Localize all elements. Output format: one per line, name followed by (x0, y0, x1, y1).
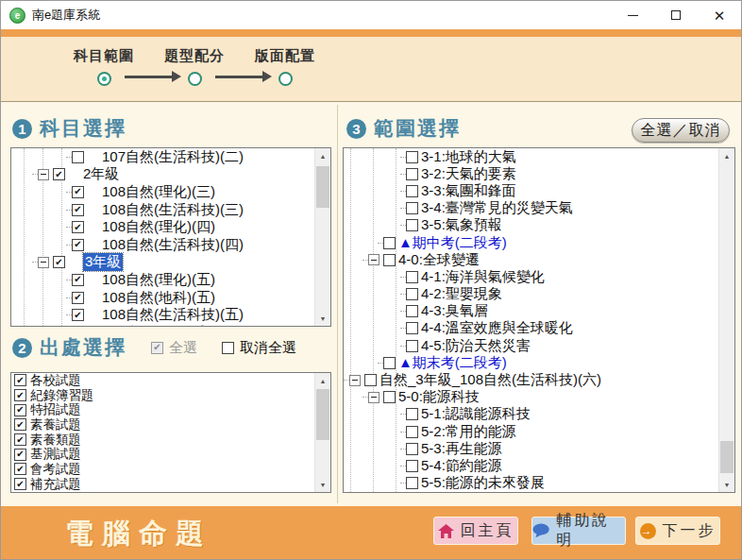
list-item-label[interactable]: 補充試題 (30, 476, 81, 492)
expand-toggle-icon[interactable] (349, 375, 361, 386)
expand-toggle-icon[interactable] (368, 392, 379, 403)
tree-item-label[interactable]: 4-2:聖嬰現象 (421, 285, 502, 303)
tree-checkbox[interactable] (383, 237, 396, 249)
scrollbar-thumb[interactable] (316, 389, 329, 440)
list-item[interactable]: ✔補充試題 (11, 477, 314, 492)
list-checkbox[interactable]: ✔ (14, 463, 26, 475)
tree-item[interactable]: ✔2年級 (11, 166, 314, 184)
tree-checkbox[interactable] (383, 391, 396, 403)
tree-checkbox[interactable]: ✔ (72, 239, 84, 251)
tree-item[interactable]: 自然_3年級_108自然(生活科技)(六) (344, 371, 718, 388)
tree-item-label[interactable]: 108自然(生活科技)(五) (102, 306, 244, 324)
list-checkbox[interactable]: ✔ (14, 389, 26, 401)
tree-item-label[interactable]: ▲期末考(二段考) (398, 354, 507, 372)
tree-checkbox[interactable] (364, 374, 377, 386)
tree-item-label[interactable]: 自然_3年級_108自然(生活科技)(六) (379, 371, 601, 389)
tree-item[interactable]: 4-5:防治天然災害 (344, 337, 718, 354)
tree-checkbox[interactable] (406, 202, 418, 214)
tree-checkbox[interactable] (406, 185, 418, 197)
tree-item-label[interactable]: 3-1:地球的大氣 (421, 148, 516, 166)
tree-item[interactable]: ✔108自然(地科)(五) (11, 289, 314, 307)
tree-item[interactable]: ✔108自然(生活科技)(三) (11, 201, 314, 219)
tree-item-label[interactable]: 4-5:防治天然災害 (421, 337, 531, 355)
tree-item[interactable]: 3-1:地球的大氣 (344, 148, 718, 165)
tree-item[interactable]: ✔108自然(理化)(四) (11, 218, 314, 236)
home-button[interactable]: 回主頁 (433, 517, 518, 545)
tree-item-label[interactable]: 5-1:認識能源科技 (421, 405, 531, 423)
tree-item-label[interactable]: 2年級 (83, 165, 119, 183)
tree-item[interactable]: 3-5:氣象預報 (344, 217, 718, 234)
scroll-down-icon[interactable]: ▼ (315, 477, 330, 492)
tree-item-label[interactable]: 5-3:再生能源 (421, 440, 502, 458)
list-checkbox[interactable]: ✔ (14, 374, 26, 386)
deselect-all-checkbox[interactable]: 取消全選 (222, 339, 296, 357)
tree-checkbox[interactable]: ✔ (72, 221, 84, 233)
tree-checkbox[interactable] (406, 322, 418, 334)
tree-item[interactable]: 5-0:能源科技 (344, 389, 718, 406)
tree-item-label[interactable]: 5-2:常用的能源 (421, 423, 516, 441)
list-checkbox[interactable]: ✔ (14, 433, 26, 446)
expand-toggle-icon[interactable] (368, 254, 379, 265)
tree-checkbox[interactable] (406, 460, 418, 472)
source-list-scrollbar[interactable]: ▲ ▼ (314, 373, 330, 492)
tree-checkbox[interactable] (72, 151, 84, 163)
tree-item-label[interactable]: 108自然(理化)(四) (102, 218, 215, 236)
maximize-button[interactable] (654, 1, 698, 29)
tree-item[interactable]: 5-2:常用的能源 (344, 423, 718, 440)
tree-checkbox[interactable] (406, 168, 418, 180)
tree-item-label[interactable]: 5-0:能源科技 (398, 388, 480, 406)
scroll-up-icon[interactable]: ▲ (315, 148, 330, 163)
tree-item-label[interactable]: 4-1:海洋與氣候變化 (421, 268, 545, 286)
tree-item[interactable]: 3-3:氣團和鋒面 (344, 182, 718, 199)
list-item[interactable]: ✔素養類題 (11, 433, 314, 448)
tree-item[interactable]: 5-5:能源的未來發展 (344, 475, 718, 492)
scroll-up-icon[interactable]: ▲ (719, 148, 734, 163)
tree-item[interactable]: ▲期中考(二段考) (344, 234, 718, 251)
tree-checkbox[interactable] (406, 219, 418, 231)
tree-item-label[interactable]: ▲期中考(二段考) (398, 234, 507, 252)
select-all-checkbox[interactable]: ✔ 全選 (151, 339, 197, 357)
list-checkbox[interactable]: ✔ (14, 449, 26, 461)
tree-item[interactable]: ✔108自然(生活科技)(四) (11, 236, 314, 254)
tree-checkbox[interactable] (406, 340, 418, 352)
tree-item[interactable]: 4-1:海洋與氣候變化 (344, 268, 718, 285)
list-checkbox[interactable]: ✔ (14, 404, 26, 416)
tree-item-label[interactable]: 3-3:氣團和鋒面 (421, 182, 516, 200)
tree-checkbox[interactable]: ✔ (53, 256, 65, 268)
select-all-toggle-button[interactable]: 全選／取消 (632, 118, 730, 143)
tree-item-label[interactable]: 4-0:全球變遷 (398, 251, 480, 269)
tree-item-label[interactable]: 3-2:天氣的要素 (421, 165, 516, 183)
tree-item[interactable]: 5-1:認識能源科技 (344, 406, 718, 423)
tree-item-label[interactable]: 3-4:臺灣常見的災變天氣 (421, 199, 573, 217)
checkbox-checked-icon[interactable]: ✔ (151, 342, 163, 354)
tree-item[interactable]: 5-4:節約能源 (344, 457, 718, 474)
tree-item-label[interactable]: 108自然(理化)(三) (102, 183, 215, 201)
close-button[interactable]: ✕ (698, 1, 741, 29)
tree-checkbox[interactable] (406, 408, 418, 420)
tree-item-label[interactable]: 107自然(生活科技)(二) (102, 148, 244, 166)
tree-item-label[interactable]: 108自然(地科)(五) (102, 289, 215, 307)
tree-item-label[interactable]: 3-5:氣象預報 (421, 216, 502, 234)
tree-checkbox[interactable]: ✔ (53, 168, 65, 180)
minimize-button[interactable] (611, 1, 654, 29)
tree-item[interactable]: 4-0:全球變遷 (344, 251, 718, 268)
list-item[interactable]: ✔紀錄簿習題 (11, 388, 314, 403)
tree-checkbox[interactable]: ✔ (72, 186, 84, 198)
tree-checkbox[interactable] (406, 151, 418, 163)
tree-checkbox[interactable]: ✔ (72, 292, 84, 304)
help-button[interactable]: 輔助說明 (531, 517, 626, 545)
list-item[interactable]: ✔基測試題 (11, 447, 314, 462)
tree-item-label[interactable]: 5-4:節約能源 (421, 457, 502, 475)
tree-checkbox[interactable] (406, 288, 418, 300)
tree-item[interactable]: ✔108自然(理化)(六) (11, 324, 314, 326)
tree-item[interactable]: 4-2:聖嬰現象 (344, 286, 718, 303)
tree-checkbox[interactable]: ✔ (72, 204, 84, 216)
expand-toggle-icon[interactable] (38, 169, 49, 180)
list-item[interactable]: ✔各校試題 (11, 373, 314, 388)
tree-item[interactable]: 3-2:天氣的要素 (344, 165, 718, 182)
tree-item[interactable]: 107自然(生活科技)(二) (11, 148, 314, 166)
tree-item[interactable]: ✔108自然(理化)(三) (11, 183, 314, 201)
tree-item[interactable]: 3-4:臺灣常見的災變天氣 (344, 200, 718, 217)
tree-checkbox[interactable] (406, 477, 418, 489)
tree-checkbox[interactable] (406, 426, 418, 438)
